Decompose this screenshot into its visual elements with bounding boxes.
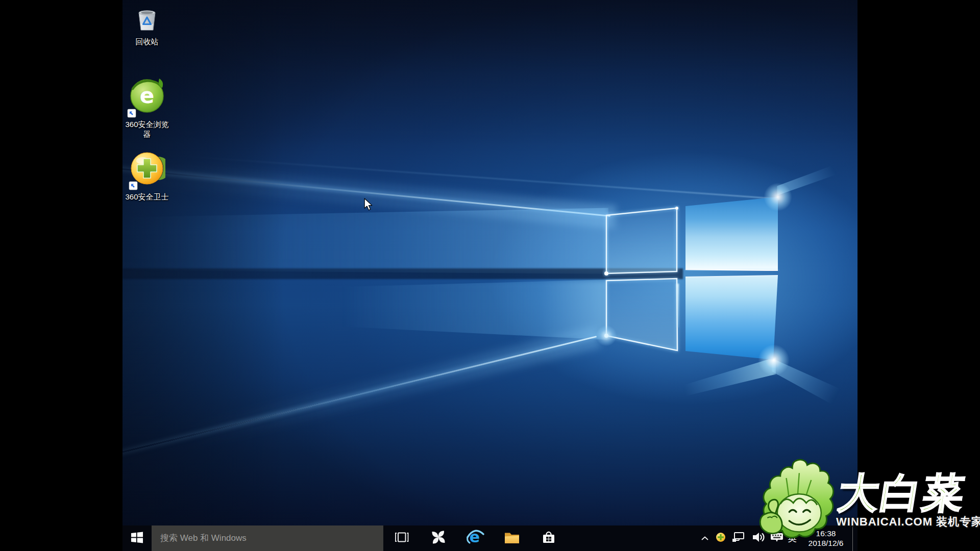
internet-explorer-button[interactable]: e — [457, 525, 494, 551]
touch-keyboard-icon — [770, 532, 783, 544]
system-tray: 英 16:38 2018/12/6 — [697, 525, 857, 551]
watermark-tagline: 装机专家 — [936, 515, 980, 528]
windows-store-button[interactable] — [530, 525, 567, 551]
tray-360-button[interactable] — [713, 525, 729, 551]
desktop-icon-recycle-bin[interactable]: 回收站 — [124, 3, 170, 46]
tray-ime-indicator[interactable]: 英 — [785, 525, 799, 551]
desktop-icon-360-safeguard[interactable]: 360安全卫士 — [124, 150, 170, 202]
taskbar: e — [122, 525, 857, 551]
tray-hidden-icons-button[interactable] — [697, 525, 713, 551]
clock-time: 16:38 — [816, 529, 836, 538]
pe-tool-button[interactable] — [420, 525, 457, 551]
show-desktop-button[interactable] — [852, 525, 857, 551]
tray-touch-keyboard-button[interactable] — [769, 525, 785, 551]
store-bag-icon — [541, 530, 556, 547]
ime-language-label: 英 — [788, 532, 797, 544]
desktop-icon-label: 360安全卫士 — [124, 192, 170, 202]
chevron-up-icon — [701, 534, 709, 543]
windows-hero-logo — [602, 193, 780, 366]
video-frame: 回收站 e 360安全浏览器 — [122, 0, 857, 551]
search-input[interactable] — [152, 525, 383, 551]
desktop-background[interactable] — [122, 0, 857, 525]
360-tray-icon — [716, 532, 726, 544]
tray-volume-button[interactable] — [749, 525, 769, 551]
taskbar-search — [152, 525, 383, 551]
task-view-button[interactable] — [383, 525, 420, 551]
task-view-icon — [394, 531, 409, 546]
wallpaper-base — [122, 0, 857, 525]
360-browser-icon: e — [124, 74, 170, 118]
tray-network-button[interactable] — [729, 525, 749, 551]
clock-date: 2018/12/6 — [808, 538, 844, 548]
desktop-icon-label: 360安全浏览器 — [124, 119, 170, 139]
start-button[interactable] — [122, 525, 152, 551]
watermark-site-tagline: WINBAICAI.COM 装机专家 — [836, 514, 980, 530]
recycle-bin-icon — [124, 3, 170, 36]
mouse-cursor — [364, 198, 373, 213]
wallpaper-vignette — [122, 0, 857, 525]
taskbar-app-buttons: e — [383, 525, 567, 551]
folder-icon — [504, 530, 520, 546]
tray-clock[interactable]: 16:38 2018/12/6 — [799, 525, 852, 551]
desktop-icon-360-browser[interactable]: e 360安全浏览器 — [124, 74, 170, 139]
file-explorer-button[interactable] — [494, 525, 530, 551]
volume-icon — [752, 532, 766, 545]
ie-e-icon: e — [466, 529, 484, 548]
desktop-icon-label: 回收站 — [124, 37, 170, 46]
network-icon — [731, 532, 747, 545]
windows-logo-icon — [131, 531, 143, 546]
pinwheel-icon — [431, 530, 446, 547]
360-safeguard-icon — [124, 150, 170, 191]
svg-text:e: e — [140, 83, 155, 108]
